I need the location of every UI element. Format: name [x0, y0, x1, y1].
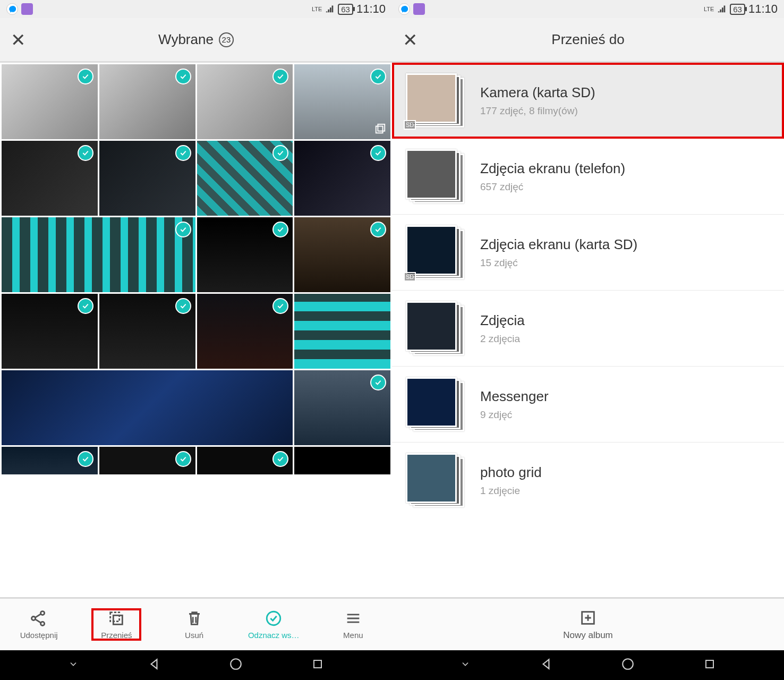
network-type: LTE — [312, 6, 322, 12]
messenger-icon — [6, 3, 18, 15]
album-row[interactable]: SDKamera (karta SD)177 zdjęć, 8 filmy(ów… — [392, 63, 784, 139]
move-button[interactable]: Przenieś — [92, 609, 140, 640]
photo-thumbnail[interactable] — [197, 294, 293, 369]
clock: 11:10 — [356, 2, 386, 16]
photo-thumbnail[interactable] — [197, 447, 293, 474]
checkmark-icon — [78, 69, 93, 84]
svg-rect-12 — [706, 660, 713, 668]
album-thumbnail: SD — [406, 73, 464, 128]
album-subtitle: 2 zdjęcia — [480, 333, 525, 345]
photo-thumbnail[interactable] — [294, 141, 390, 216]
album-row[interactable]: photo grid1 zdjęcie — [392, 443, 784, 507]
checkmark-icon — [370, 222, 386, 237]
bottom-actions: Udostępnij Przenieś Usuń Odznacz ws… Men… — [0, 597, 392, 650]
album-title: Messenger — [480, 388, 549, 405]
svg-rect-6 — [114, 615, 123, 624]
album-subtitle: 657 zdjęć — [480, 181, 625, 193]
sd-badge: SD — [404, 272, 416, 282]
photo-thumbnail[interactable] — [99, 64, 195, 139]
photo-thumbnail[interactable] — [2, 294, 98, 369]
album-list[interactable]: SDKamera (karta SD)177 zdjęć, 8 filmy(ów… — [392, 63, 784, 597]
svg-rect-0 — [376, 126, 383, 133]
share-button[interactable]: Udostępnij — [15, 609, 63, 640]
photo-thumbnail[interactable] — [99, 447, 195, 474]
album-thumbnail — [406, 149, 464, 203]
album-thumbnail — [406, 453, 464, 507]
move-header: ✕ Przenieś do — [392, 18, 784, 63]
photo-thumbnail[interactable] — [294, 64, 390, 139]
album-row[interactable]: Zdjęcia ekranu (telefon)657 zdjęć — [392, 139, 784, 215]
album-thumbnail: SD — [406, 225, 464, 279]
new-album-label: Nowy album — [563, 630, 613, 641]
selection-header: ✕ Wybrane 23 — [0, 18, 392, 63]
recent-icon[interactable] — [311, 658, 324, 673]
photo-thumbnail[interactable] — [99, 294, 195, 369]
burst-icon — [374, 123, 386, 135]
android-navbar — [0, 650, 392, 680]
share-label: Udostępnij — [20, 631, 58, 640]
sd-badge: SD — [404, 120, 416, 130]
deselect-button[interactable]: Odznacz ws… — [248, 609, 300, 640]
svg-point-11 — [623, 659, 633, 669]
album-row[interactable]: Messenger9 zdjęć — [392, 367, 784, 443]
header-title: Przenieś do — [551, 31, 624, 48]
delete-button[interactable]: Usuń — [171, 609, 218, 640]
album-thumbnail — [406, 377, 464, 431]
right-screen: LTE 63 11:10 ✕ Przenieś do SDKamera (kar… — [392, 0, 784, 680]
messenger-icon — [398, 3, 410, 15]
status-bar: LTE 63 11:10 — [0, 0, 392, 18]
album-title: photo grid — [480, 464, 542, 481]
app-icon — [413, 3, 425, 15]
back-icon[interactable] — [539, 657, 553, 673]
app-icon — [21, 3, 33, 15]
photo-thumbnail[interactable] — [197, 217, 293, 292]
photo-thumbnail[interactable] — [294, 294, 390, 369]
photo-thumbnail[interactable] — [2, 447, 98, 474]
home-icon[interactable] — [229, 657, 243, 673]
signal-icon — [717, 3, 727, 15]
chevron-down-icon[interactable] — [460, 659, 471, 672]
checkmark-icon — [175, 451, 191, 467]
checkmark-icon — [78, 145, 93, 161]
svg-rect-1 — [378, 124, 385, 131]
album-subtitle: 1 zdjęcie — [480, 485, 542, 497]
photo-thumbnail[interactable] — [2, 370, 293, 445]
album-row[interactable]: SDZdjęcia ekranu (karta SD)15 zdjęć — [392, 215, 784, 291]
photo-grid[interactable] — [0, 63, 392, 597]
clock: 11:10 — [748, 2, 778, 16]
album-row[interactable]: Zdjęcia2 zdjęcia — [392, 291, 784, 367]
checkmark-icon — [370, 145, 386, 161]
checkmark-icon — [370, 69, 386, 84]
photo-thumbnail[interactable] — [197, 141, 293, 216]
photo-thumbnail[interactable] — [197, 64, 293, 139]
photo-thumbnail[interactable] — [294, 447, 390, 474]
new-album-button[interactable]: Nowy album — [392, 597, 784, 650]
photo-thumbnail[interactable] — [294, 217, 390, 292]
move-label: Przenieś — [101, 631, 132, 640]
checkmark-icon — [175, 222, 191, 237]
checkmark-icon — [175, 145, 191, 161]
back-icon[interactable] — [147, 657, 161, 673]
svg-point-7 — [267, 611, 280, 625]
photo-thumbnail[interactable] — [2, 64, 98, 139]
album-title: Zdjęcia — [480, 312, 525, 329]
signal-icon — [325, 3, 335, 15]
close-icon[interactable]: ✕ — [11, 31, 25, 49]
svg-point-8 — [231, 659, 241, 669]
close-icon[interactable]: ✕ — [403, 31, 417, 49]
left-screen: LTE 63 11:10 ✕ Wybrane 23 Udostępnij Prz… — [0, 0, 392, 680]
deselect-label: Odznacz ws… — [248, 631, 300, 640]
menu-button[interactable]: Menu — [329, 609, 377, 640]
svg-rect-5 — [110, 613, 120, 622]
home-icon[interactable] — [621, 657, 635, 673]
photo-thumbnail[interactable] — [99, 141, 195, 216]
album-subtitle: 15 zdjęć — [480, 257, 637, 269]
recent-icon[interactable] — [703, 658, 716, 673]
album-title: Zdjęcia ekranu (telefon) — [480, 160, 625, 177]
photo-thumbnail[interactable] — [2, 217, 195, 292]
checkmark-icon — [78, 298, 93, 314]
svg-rect-9 — [314, 660, 321, 668]
photo-thumbnail[interactable] — [2, 141, 98, 216]
photo-thumbnail[interactable] — [294, 370, 390, 445]
chevron-down-icon[interactable] — [68, 659, 79, 672]
